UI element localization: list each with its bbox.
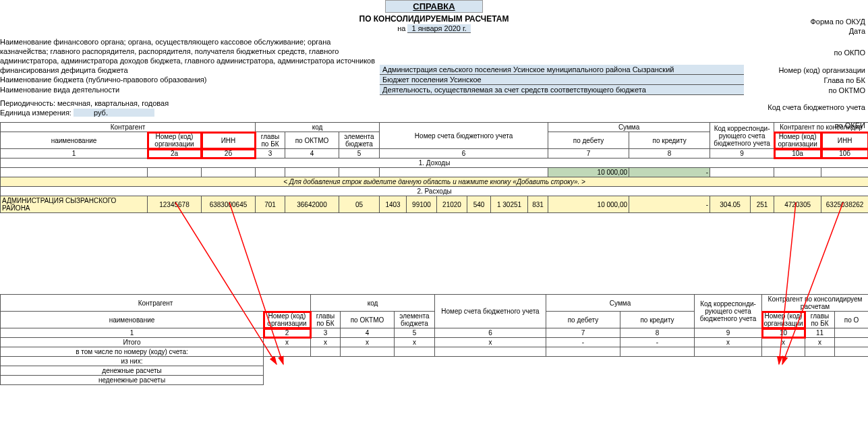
h-name: наименование — [1, 132, 148, 149]
unit-label: Единица измерения: — [0, 109, 71, 117]
h2-c-orgnum: Номер (код) организации — [762, 312, 805, 328]
n10b: 10б — [821, 149, 868, 158]
h2-elem: элемента бюджета — [395, 312, 435, 328]
label-acct: Код счета бюджетного учета — [768, 103, 865, 111]
budget-label: Наименование бюджета (публично-правового… — [0, 75, 378, 84]
sec-income: 1. Доходы — [1, 158, 869, 168]
main-table: Контрагент код Номер счета бюджетного уч… — [0, 122, 868, 213]
h2-c-glavbk: главы по БК — [805, 312, 835, 328]
h-orgnum: Номер (код) организации — [148, 132, 202, 149]
n5: 5 — [339, 149, 380, 158]
label-orgnum: Номер (код) организации — [778, 66, 865, 74]
tot-itogo: Итого — [1, 338, 264, 347]
h2-credit: по кредиту — [620, 312, 695, 328]
h2-glavbk: главы по БК — [311, 312, 341, 328]
exp-a6: 831 — [528, 196, 548, 213]
h-inn: ИНН — [202, 132, 256, 149]
n2b: 2б — [202, 149, 256, 158]
h-credit: по кредиту — [629, 132, 710, 149]
h2-oktmo: по ОКТМО — [341, 312, 395, 328]
label-okei: по ОКЕИ — [835, 121, 865, 129]
m11: 11 — [805, 328, 835, 338]
exp-a1: 1403 — [380, 196, 407, 213]
exp-credit: - — [629, 196, 710, 213]
unit-value: руб. — [74, 109, 154, 117]
date-prefix: на — [397, 24, 405, 32]
m5: 5 — [395, 328, 435, 338]
exp-a5: 1 30251 — [491, 196, 528, 213]
label-okud: Форма по ОКУД — [811, 18, 866, 26]
x6: x — [695, 338, 762, 347]
m2: 2 — [264, 328, 311, 338]
n10a: 10а — [774, 149, 821, 158]
n1: 1 — [1, 149, 148, 158]
d1: - — [546, 338, 620, 347]
n6: 6 — [380, 149, 548, 158]
h2-sum: Сумма — [546, 295, 695, 312]
period-label: Периодичность: месячная, квартальная, го… — [0, 99, 868, 107]
h-debit: по дебету — [548, 132, 629, 149]
exp-a4: 540 — [467, 196, 491, 213]
m6: 6 — [435, 328, 546, 338]
label-glavbk: Глава по БК — [823, 76, 865, 84]
m4: 4 — [341, 328, 395, 338]
h-acct: Номер счета бюджетного учета — [380, 123, 548, 149]
exp-k1: 304.05 — [710, 196, 751, 213]
org-value: Администрация сельского поселения Усинск… — [380, 65, 744, 75]
m8: 8 — [620, 328, 695, 338]
h2-korr: Код корреспонди-рующего счета бюджетного… — [695, 295, 762, 328]
activity-value: Деятельность, осуществляемая за счет сре… — [380, 85, 744, 95]
exp-glavbk: 701 — [256, 196, 285, 213]
income-debit: 10 000,00 — [548, 168, 629, 177]
exp-a2: 99100 — [407, 196, 437, 213]
org-label: Наименование финансового органа; органа,… — [0, 37, 378, 75]
doc-subtitle: ПО КОНСОЛИДИРУЕМЫМ РАСЧЕТАМ — [0, 14, 868, 24]
x5: x — [435, 338, 546, 347]
h-glavbk: главы по БК — [256, 132, 285, 149]
x3: x — [341, 338, 395, 347]
h2-code: код — [311, 295, 435, 312]
n3: 3 — [256, 149, 285, 158]
h2-debit: по дебету — [546, 312, 620, 328]
tot-l3: из них: — [1, 357, 264, 366]
h2-c-poO: по О — [835, 312, 868, 328]
h2-orgnum: Номер (код) организации — [264, 312, 311, 328]
x4: x — [395, 338, 435, 347]
m10: 10 — [762, 328, 805, 338]
exp-orgnum: 12345678 — [148, 196, 202, 213]
x7: x — [762, 338, 805, 347]
tot-l4: денежные расчеты — [1, 366, 264, 376]
d2: - — [620, 338, 695, 347]
n9: 9 — [710, 149, 774, 158]
n2a: 2а — [148, 149, 202, 158]
n8: 8 — [629, 149, 710, 158]
h-code: код — [256, 123, 380, 132]
activity-label: Наименование вида деятельности — [0, 85, 378, 94]
h-c-orgnum: Номер (код) организации — [774, 132, 821, 149]
n4: 4 — [285, 149, 339, 158]
m1: 1 — [1, 328, 264, 338]
n7: 7 — [548, 149, 629, 158]
m3: 3 — [311, 328, 341, 338]
h-korr: Код корреспонди-рующего счета бюджетного… — [710, 123, 774, 149]
exp-debit: 10 000,00 — [548, 196, 629, 213]
m7: 7 — [546, 328, 620, 338]
add-row-hint[interactable]: < Для добавления строк выделите данную о… — [1, 177, 869, 187]
exp-c-inn: 6325038262 — [821, 196, 868, 213]
m9: 9 — [695, 328, 762, 338]
h-oktmo: по ОКТМО — [285, 132, 339, 149]
h2-contr2: Контрагент по консолидируем расчетам — [762, 295, 868, 312]
x8: x — [805, 338, 835, 347]
exp-k2: 251 — [751, 196, 774, 213]
h2-name: наименование — [1, 312, 264, 328]
h2-contr: Контрагент — [1, 295, 311, 312]
income-credit: - — [629, 168, 710, 177]
label-okpo: по ОКПО — [834, 49, 865, 57]
date-value: 1 января 2020 г. — [407, 24, 470, 33]
h-c-inn: ИНН — [821, 132, 868, 149]
exp-a3: 21020 — [437, 196, 467, 213]
exp-oktmo: 36642000 — [285, 196, 339, 213]
h-sum: Сумма — [548, 123, 710, 132]
h-contr: Контрагент — [1, 123, 256, 132]
summary-table: Контрагент код Номер счета бюджетного уч… — [0, 294, 868, 385]
